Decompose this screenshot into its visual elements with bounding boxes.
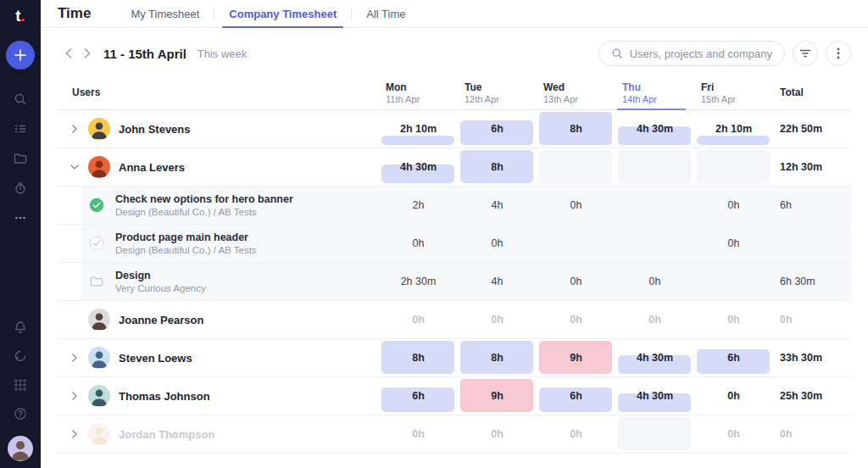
search-input[interactable]: Users, projects and company bbox=[598, 41, 785, 66]
cell-tue-design[interactable]: 4h bbox=[458, 263, 537, 300]
cell-tue-jordan-thompson[interactable]: 0h bbox=[458, 415, 537, 453]
cell-tue-anna-levers[interactable]: 8h bbox=[458, 148, 537, 186]
cell-tue-john-stevens[interactable]: 6h bbox=[458, 110, 537, 148]
table-row-product-page-main-header: Product page main headerDesign (Beautifu… bbox=[58, 225, 851, 263]
cell-wed-anna-levers[interactable] bbox=[537, 148, 615, 186]
cell-total-jordan-thompson: 0h bbox=[773, 415, 851, 453]
cell-thu-john-stevens[interactable]: 4h 30m bbox=[615, 110, 694, 148]
user-name: Joanne Pearson bbox=[119, 314, 203, 326]
toolbar: 11 - 15th April This week Users, project… bbox=[41, 28, 868, 75]
avatar bbox=[88, 385, 110, 407]
cell-wed-jordan-thompson[interactable]: 0h bbox=[537, 415, 615, 453]
chevron-right-icon[interactable] bbox=[68, 427, 81, 441]
empty-placeholder-bar bbox=[539, 150, 612, 183]
tab-company-timesheet[interactable]: Company Timesheet bbox=[214, 0, 351, 27]
cell-thu-anna-levers[interactable] bbox=[615, 148, 694, 186]
cell-wed-check-new-options-for-hero-banner[interactable]: 0h bbox=[537, 187, 615, 224]
cell-wed-product-page-main-header[interactable] bbox=[537, 225, 615, 262]
cell-thu-product-page-main-header[interactable] bbox=[615, 225, 694, 262]
cell-mon-check-new-options-for-hero-banner[interactable]: 2h bbox=[379, 187, 458, 224]
search-icon[interactable] bbox=[14, 92, 27, 106]
more-options-button[interactable] bbox=[826, 41, 851, 66]
cell-thu-design[interactable]: 0h bbox=[615, 263, 694, 300]
col-header-fri[interactable]: Fri15th Apr bbox=[694, 75, 773, 109]
hours-value: 0h bbox=[727, 314, 740, 326]
cell-mon-steven-loews[interactable]: 8h bbox=[379, 339, 458, 376]
app-window: t. Time My Timesheet Company Timeshee bbox=[0, 0, 868, 468]
cell-total-check-new-options-for-hero-banner: 6h bbox=[773, 187, 851, 224]
cell-tue-thomas-johnson[interactable]: 9h bbox=[458, 377, 537, 415]
cell-fri-steven-loews[interactable]: 6h bbox=[694, 339, 773, 376]
total-value: 6h bbox=[780, 199, 792, 211]
cell-fri-john-stevens[interactable]: 2h 10m bbox=[694, 110, 773, 148]
cell-wed-joanne-pearson[interactable]: 0h bbox=[537, 301, 615, 338]
col-header-mon[interactable]: Mon11th Apr bbox=[379, 75, 458, 109]
cell-fri-joanne-pearson[interactable]: 0h bbox=[694, 301, 773, 338]
add-entry-button[interactable] bbox=[6, 41, 35, 70]
cell-wed-john-stevens[interactable]: 8h bbox=[537, 110, 615, 148]
project-title: Design bbox=[115, 270, 206, 281]
projects-folder-icon[interactable] bbox=[14, 152, 27, 165]
cell-fri-product-page-main-header[interactable]: 0h bbox=[694, 225, 773, 262]
hours-value: 2h 10m bbox=[715, 123, 752, 135]
cell-wed-design[interactable]: 0h bbox=[537, 263, 615, 300]
date-range[interactable]: 11 - 15th April bbox=[103, 47, 186, 61]
cell-tue-steven-loews[interactable]: 8h bbox=[458, 339, 537, 376]
apps-grid-icon[interactable] bbox=[14, 378, 27, 392]
total-value: 0h bbox=[780, 428, 793, 440]
cell-thu-check-new-options-for-hero-banner[interactable] bbox=[615, 187, 694, 224]
cell-tue-joanne-pearson[interactable]: 0h bbox=[458, 301, 537, 338]
col-header-tue[interactable]: Tue12th Apr bbox=[458, 75, 537, 109]
table-body: John Stevens2h 10m6h8h4h 30m2h 10m22h 50… bbox=[58, 110, 851, 454]
cell-tue-check-new-options-for-hero-banner[interactable]: 4h bbox=[458, 187, 537, 224]
table-row-anna-levers: Anna Levers4h 30m8h12h 30m bbox=[58, 148, 851, 187]
user-profile-avatar[interactable] bbox=[8, 436, 33, 461]
sidebar-nav bbox=[14, 92, 27, 225]
tab-all-time[interactable]: All Time bbox=[352, 0, 420, 27]
cell-mon-jordan-thompson[interactable]: 0h bbox=[379, 415, 458, 453]
cell-thu-jordan-thompson[interactable] bbox=[615, 415, 694, 453]
cell-wed-steven-loews[interactable]: 9h bbox=[537, 339, 615, 376]
hours-value: 0h bbox=[648, 314, 661, 326]
bell-icon[interactable] bbox=[14, 320, 27, 334]
cell-mon-product-page-main-header[interactable]: 0h bbox=[379, 225, 458, 262]
filter-button[interactable] bbox=[793, 41, 818, 66]
col-header-wed[interactable]: Wed13th Apr bbox=[537, 75, 615, 109]
col-header-thu-today[interactable]: Thu14th Apr bbox=[615, 75, 694, 109]
timer-icon[interactable] bbox=[14, 181, 27, 195]
cell-tue-product-page-main-header[interactable]: 0h bbox=[458, 225, 537, 262]
chevron-right-icon[interactable] bbox=[68, 351, 81, 365]
cell-fri-jordan-thompson[interactable]: 0h bbox=[694, 415, 773, 453]
sync-icon[interactable] bbox=[14, 349, 27, 363]
chevron-down-icon[interactable] bbox=[68, 160, 81, 174]
filter-icon bbox=[799, 47, 811, 59]
next-week-button[interactable] bbox=[80, 46, 95, 61]
list-icon[interactable] bbox=[14, 122, 27, 136]
cell-mon-anna-levers[interactable]: 4h 30m bbox=[379, 148, 458, 186]
cell-thu-steven-loews[interactable]: 4h 30m bbox=[615, 339, 694, 376]
app-logo: t. bbox=[15, 6, 25, 26]
cell-mon-joanne-pearson[interactable]: 0h bbox=[379, 301, 458, 338]
chevron-right-icon[interactable] bbox=[68, 122, 81, 136]
prev-week-button[interactable] bbox=[61, 46, 76, 61]
cell-mon-thomas-johnson[interactable]: 6h bbox=[379, 377, 458, 415]
chevron-right-icon[interactable] bbox=[68, 389, 81, 403]
cell-fri-design[interactable] bbox=[694, 263, 773, 300]
cell-thu-joanne-pearson[interactable]: 0h bbox=[615, 301, 694, 338]
cell-mon-john-stevens[interactable]: 2h 10m bbox=[379, 110, 458, 148]
user-name: Steven Loews bbox=[119, 352, 192, 365]
cell-fri-check-new-options-for-hero-banner[interactable]: 0h bbox=[694, 187, 773, 224]
hours-value: 0h bbox=[570, 314, 582, 326]
tab-my-timesheet[interactable]: My Timesheet bbox=[116, 0, 214, 27]
cell-fri-thomas-johnson[interactable]: 0h bbox=[694, 377, 773, 415]
cell-thu-thomas-johnson[interactable]: 4h 30m bbox=[615, 377, 694, 415]
cell-wed-thomas-johnson[interactable]: 6h bbox=[537, 377, 615, 415]
more-icon[interactable] bbox=[14, 211, 27, 225]
cell-fri-anna-levers[interactable] bbox=[694, 148, 773, 186]
help-icon[interactable] bbox=[14, 407, 27, 421]
avatar bbox=[88, 309, 110, 331]
row-name-cell: Thomas Johnson bbox=[58, 377, 379, 415]
check-done-icon bbox=[89, 198, 104, 213]
cell-mon-design[interactable]: 2h 30m bbox=[379, 263, 458, 300]
kebab-icon bbox=[837, 47, 840, 59]
